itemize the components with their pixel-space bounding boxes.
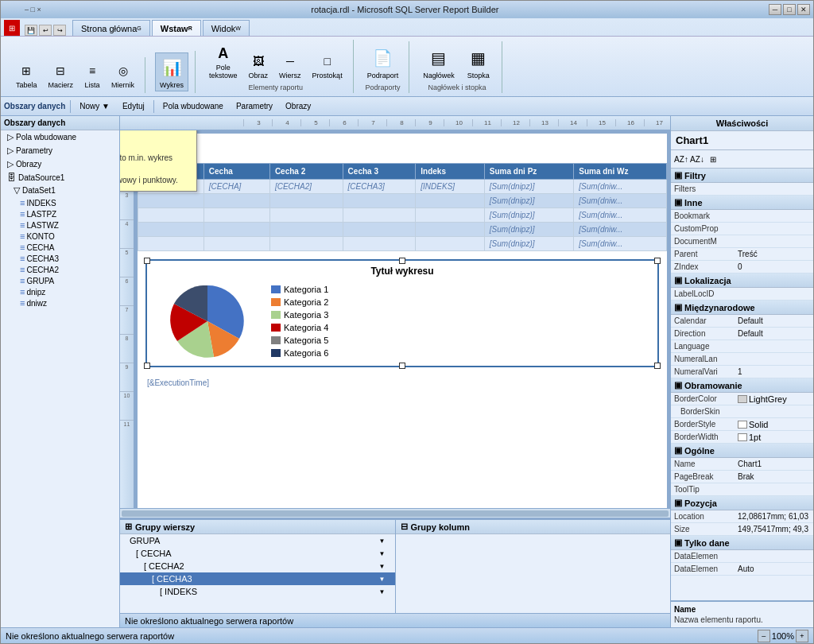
lista-button[interactable]: ≡ Lista (80, 59, 104, 91)
nowy-button[interactable]: Nowy ▼ (76, 100, 114, 112)
section-filtry[interactable]: ▣ Filtry (671, 169, 813, 183)
section-ogolne[interactable]: ▣ Ogólne (671, 444, 813, 458)
pole-tekstowe-button[interactable]: A Poletekstowe (205, 41, 242, 82)
macierz-button[interactable]: ⊟ Macierz (45, 59, 78, 91)
sort-az-btn[interactable]: AZ↑ (674, 152, 688, 166)
zoom-level: 100% (772, 631, 794, 641)
prop-size: Size 149,75417mm; 49,3 (671, 523, 813, 536)
field-konto[interactable]: ≡ KONTO (1, 231, 119, 242)
prostokat-button[interactable]: □ Prostokąt (308, 49, 347, 82)
maximize-button[interactable]: □ (783, 4, 796, 15)
datasource1-item[interactable]: 🗄 DataSource1 (1, 171, 119, 184)
h-scroll-track[interactable] (122, 510, 669, 517)
field-dnipz[interactable]: ≡ dnipz (1, 286, 119, 297)
prop-tooltip: ToolTip (671, 483, 813, 496)
props-panel-title: Właściwości (671, 116, 813, 131)
h-scrollbar[interactable] (120, 508, 670, 518)
pola-wbudowane-item[interactable]: ▷ Pola wbudowane (1, 130, 119, 144)
right-panel: Właściwości Chart1 AZ↑ AZ↓ ⊞ ▣ Filtry Fi… (670, 116, 813, 627)
stopka-button[interactable]: ▦ Stopka (462, 43, 495, 82)
prop-language-label: Language (674, 342, 738, 351)
field-lastwz[interactable]: ≡ LASTWZ (1, 219, 119, 231)
handle-tr[interactable] (654, 258, 661, 264)
zoom-out-btn[interactable]: – (758, 630, 770, 642)
handle-bc[interactable] (399, 363, 405, 369)
section-obramowanie[interactable]: ▣ Obramowanie (671, 378, 813, 393)
group-item-cecha2[interactable]: [ CECHA2 ▼ (120, 560, 395, 572)
col-header-cecha2: Cecha 2 (269, 164, 343, 180)
minimize-button[interactable]: ─ (769, 4, 781, 15)
ruler-mark-6: 6 (329, 119, 358, 126)
cell-empty-3 (269, 194, 343, 208)
group-item-grupa[interactable]: GRUPA ▼ (120, 534, 395, 547)
close-button[interactable]: ✕ (797, 4, 810, 15)
handle-tl[interactable] (144, 258, 150, 264)
lista-icon: ≡ (84, 61, 100, 80)
wykres-button[interactable]: 📊 Wykres (155, 52, 188, 91)
ruler-mark-8: 8 (386, 119, 415, 126)
handle-br[interactable] (654, 363, 661, 369)
section-pozycja[interactable]: ▣ Pozycja (671, 496, 813, 510)
cell-empty-14 (343, 223, 416, 237)
ruler-mark-9: 9 (415, 119, 444, 126)
field-dniwz[interactable]: ≡ dniwz (1, 297, 119, 308)
naglowek-label: Nagłówek (423, 72, 455, 80)
quick-undo-btn[interactable]: ↩ (39, 25, 52, 36)
field-indeks[interactable]: ≡ INDEKS (1, 197, 119, 208)
group-item-indeks[interactable]: [ INDEKS ▼ (120, 585, 395, 598)
section-inne[interactable]: ▣ Inne (671, 196, 813, 210)
section-ogolne-label: Ogólne (684, 446, 715, 456)
report-canvas[interactable]: Wykres Umożliwia dodanie wykresu służące… (138, 134, 667, 508)
section-tylko-dane[interactable]: ▣ Tylko dane (671, 536, 813, 550)
categorize-btn[interactable]: ⊞ (706, 152, 720, 166)
legend-color-2 (271, 298, 281, 306)
edytuj-button[interactable]: Edytuj (118, 100, 149, 112)
field-lastpz[interactable]: ≡ LASTPZ (1, 208, 119, 219)
prop-size-label: Size (674, 525, 738, 533)
office-button[interactable]: ⊞ (4, 20, 20, 36)
tab-home[interactable]: Strona głównaG (72, 20, 150, 36)
zoom-in-btn[interactable]: + (796, 630, 808, 642)
quick-redo-btn[interactable]: ↪ (53, 25, 66, 36)
naglowek-button[interactable]: ▤ Nagłówek (419, 43, 459, 82)
section-miedzynarodowe[interactable]: ▣ Międzynarodowe (671, 301, 813, 315)
props-object-name: Chart1 (671, 131, 813, 150)
obrazy-button[interactable]: Obrazy (281, 100, 315, 112)
prop-dataelemen1-label: DataElemen (674, 552, 738, 561)
miernik-button[interactable]: ◎ Miernik (107, 59, 138, 91)
tabela-button[interactable]: ⊞ Tabela (12, 59, 41, 91)
section-lokalizacja[interactable]: ▣ Lokalizacja (671, 274, 813, 288)
wiersz-button[interactable]: ─ Wiersz (275, 49, 305, 82)
group-item-cecha3[interactable]: [ CECHA3 ▼ (120, 572, 395, 585)
tab-view[interactable]: WidokW (203, 20, 250, 36)
cell-sum2-wz: [Sum(dniw... (574, 194, 667, 208)
prop-dataelemen1: DataElemen (671, 550, 813, 563)
dataset1-item[interactable]: ▽ DataSet1 (1, 184, 119, 197)
pola-wbudowane-button[interactable]: Pola wbudowane (159, 100, 227, 112)
parametry-item[interactable]: ▷ Parametry (1, 144, 119, 157)
stopka-label: Stopka (467, 72, 490, 80)
parametry-button[interactable]: Parametry (232, 100, 277, 112)
prop-location: Location 12,08617mm; 61,03 (671, 510, 813, 523)
prop-borderstyle-label: BorderStyle (674, 420, 738, 429)
chart-container[interactable]: Tytuł wykresu (145, 259, 659, 367)
tab-insert[interactable]: WstawR (152, 20, 201, 36)
report-title: ...tacji (138, 134, 667, 163)
prop-location-label: Location (674, 512, 738, 521)
field-cecha[interactable]: ≡ CECHA (1, 242, 119, 253)
handle-tc[interactable] (399, 258, 405, 264)
cell-sum5-wz: [Sum(dniw... (574, 237, 667, 251)
canvas-area: 3 4 5 6 7 8 9 10 11 12 13 14 15 16 17 18 (120, 116, 670, 627)
group-item-cecha[interactable]: [ CECHA ▼ (120, 547, 395, 560)
field-grupa[interactable]: ≡ GRUPA (1, 275, 119, 286)
field-cecha2[interactable]: ≡ CECHA2 (1, 264, 119, 275)
expand-icon-1: ▷ (7, 132, 14, 142)
field-cecha3[interactable]: ≡ CECHA3 (1, 253, 119, 264)
ruler-mark-13: 13 (529, 119, 558, 126)
quick-save-btn[interactable]: 💾 (25, 25, 37, 36)
podraport-button[interactable]: 📄 Podraport (363, 43, 403, 82)
handle-bl[interactable] (144, 363, 150, 369)
obrazy-item[interactable]: ▷ Obrazy (1, 157, 119, 171)
obraz-button[interactable]: 🖼 Obraz (245, 49, 273, 82)
sort-za-btn[interactable]: AZ↓ (690, 152, 704, 166)
